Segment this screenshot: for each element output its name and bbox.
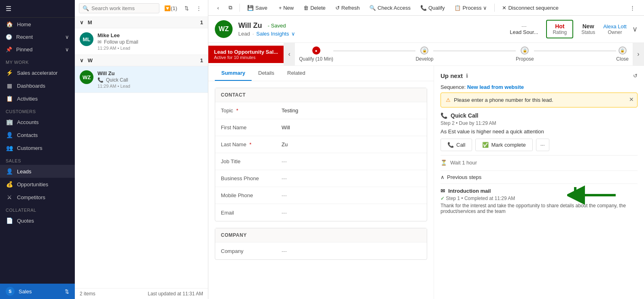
my-work-section-label: My Work [0, 56, 75, 66]
sidebar-item-quotes[interactable]: 📄 Quotes [0, 214, 75, 227]
check-access-button[interactable]: 🔍 Check Access [365, 3, 415, 13]
sequence-name[interactable]: New lead from website [467, 84, 524, 90]
process-button[interactable]: 📋 Process ∨ [450, 3, 491, 13]
tab-summary[interactable]: Summary [215, 66, 252, 81]
delete-icon: 🗑 [303, 5, 309, 11]
sidebar-item-sales-accelerator[interactable]: ⚡ Sales accelerator [0, 66, 75, 79]
field-topic: Topic * Testing [215, 102, 427, 119]
sort-button[interactable]: ⇅ [182, 4, 191, 13]
lead-header: WZ Will Zu - Saved Lead · Sales Insights… [208, 16, 644, 43]
group-m-chevron[interactable]: ∨ [80, 19, 84, 25]
sidebar-item-home[interactable]: 🏠 Home [0, 18, 75, 31]
tab-related[interactable]: Related [281, 66, 312, 81]
search-box[interactable]: 🔍 [79, 3, 159, 13]
firstname-value[interactable]: Will [282, 124, 421, 131]
tab-details[interactable]: Details [252, 66, 281, 81]
stages-container: ● Qualify (10 Min) 🔒 Develop 🔒 Propose [295, 46, 633, 62]
stage-qualify[interactable]: ● Qualify (10 Min) [299, 46, 333, 62]
sidebar-item-leads[interactable]: 👤 Leads [0, 165, 75, 178]
lead-name: Will Zu [238, 21, 262, 30]
sidebar-item-recent[interactable]: 🕐 Recent ∨ [0, 31, 75, 43]
previous-steps-toggle[interactable]: ∧ Previous steps [441, 171, 638, 183]
more-options-button[interactable]: ⋮ [194, 4, 204, 13]
hamburger-icon[interactable]: ☰ [6, 5, 11, 13]
email-value[interactable]: --- [282, 210, 421, 216]
more-button[interactable]: ⋮ [626, 3, 639, 13]
delete-button[interactable]: 🗑 Delete [299, 3, 330, 13]
list-item-will-zu[interactable]: WZ Will Zu 📞 Quick Call 11:29 AM • Lead [75, 66, 208, 93]
alert-close-button[interactable]: ✕ [629, 96, 634, 103]
intro-mail-header: ✉ Introduction mail [441, 188, 638, 194]
save-button[interactable]: 💾 Save [243, 3, 271, 13]
sidebar-item-opportunities[interactable]: 💰 Opportunities [0, 178, 75, 191]
stage-next-button[interactable]: › [633, 43, 644, 65]
mark-complete-button[interactable]: ✅ Mark complete [475, 139, 532, 151]
quick-call-section: 📞 Quick Call Step 2 • Due by 11:29 AM As… [441, 112, 638, 166]
sidebar-item-customers[interactable]: 👥 Customers [0, 141, 75, 154]
lastname-value[interactable]: Zu [282, 141, 421, 147]
lead-source-item: --- Lead Sour... [510, 23, 538, 35]
up-next-panel: Up next ℹ ↺ Sequence: New lead from webs… [434, 66, 644, 299]
qualify-icon: 📞 [420, 5, 427, 11]
company-value[interactable]: --- [282, 248, 421, 254]
lead-avatar: WZ [215, 20, 233, 38]
list-item-mike-content: Mike Lee ✉ Follow up Email 11:29 AM • Le… [97, 32, 203, 51]
topic-value[interactable]: Testing [282, 107, 421, 114]
checkmark-icon: ✓ [441, 196, 445, 201]
search-input[interactable] [91, 5, 156, 11]
back-button[interactable]: ‹ [213, 3, 223, 13]
accounts-icon: 🏢 [6, 119, 13, 125]
new-button[interactable]: + New [273, 3, 298, 13]
header-expand-button[interactable]: ∨ [632, 25, 638, 34]
disconnect-sequence-button[interactable]: ✕ Disconnect sequence [498, 3, 562, 13]
nav-bottom-bar[interactable]: S Sales ⇅ [0, 284, 75, 299]
bottom-avatar: S [6, 287, 15, 296]
jobtitle-value[interactable]: --- [282, 158, 421, 164]
chevron-down-icon: ∨ [65, 34, 69, 40]
stage-back-button[interactable]: ‹ [284, 43, 295, 65]
field-lastname: Last Name * Zu [215, 136, 427, 153]
lead-info: Will Zu - Saved Lead · Sales Insights ∨ [238, 21, 504, 37]
sidebar-item-contacts[interactable]: 👤 Contacts [0, 128, 75, 141]
refresh-button[interactable]: ↺ Refresh [331, 3, 364, 13]
field-jobtitle: Job Title --- [215, 153, 427, 170]
stage-line-2 [433, 51, 516, 51]
breadcrumb-chevron-icon[interactable]: ∨ [291, 31, 295, 37]
quick-call-header: 📞 Quick Call [441, 112, 638, 119]
sidebar-item-competitors[interactable]: ⚔ Competitors [0, 191, 75, 204]
rating-box[interactable]: Hot Rating [546, 20, 573, 38]
info-icon[interactable]: ℹ [466, 73, 468, 79]
check-icon: 🔍 [369, 5, 376, 11]
call-button[interactable]: 📞 Call [441, 139, 472, 151]
step-info: Step 2 • Due by 11:29 AM [441, 120, 638, 126]
recent-icon: 🕐 [6, 34, 12, 40]
chevron-expand-icon: ⇅ [65, 288, 69, 295]
sales-insights-link[interactable]: Sales Insights [256, 31, 289, 37]
mobilephone-value[interactable]: --- [282, 192, 421, 198]
stage-close[interactable]: 🔒 Close [616, 46, 629, 62]
sidebar-item-accounts[interactable]: 🏢 Accounts [0, 116, 75, 128]
phone-icon: 📞 [441, 112, 447, 119]
stage-alert[interactable]: Lead to Opportunity Sal... Active for 10… [208, 46, 284, 63]
qualify-button[interactable]: 📞 Qualify [416, 3, 449, 13]
avatar-mike-lee: ML [80, 32, 93, 46]
sidebar-item-pinned[interactable]: 📌 Pinned ∨ [0, 43, 75, 56]
stage-develop[interactable]: 🔒 Develop [415, 46, 433, 62]
group-m-header: ∨ M 1 [75, 17, 208, 28]
group-w-chevron[interactable]: ∨ [80, 57, 84, 63]
sidebar-item-dashboards[interactable]: ▦ Dashboards [0, 79, 75, 92]
stage-propose[interactable]: 🔒 Propose [516, 46, 534, 62]
up-next-refresh-icon[interactable]: ↺ [633, 73, 638, 79]
stage-line-1 [333, 51, 416, 51]
list-item-mike-lee[interactable]: ML Mike Lee ✉ Follow up Email 11:29 AM •… [75, 28, 208, 55]
alert-banner: ⚠ Please enter a phone number for this l… [441, 93, 638, 107]
action-more-button[interactable]: ··· [536, 139, 549, 151]
owner-box: Alexa Lott Owner [603, 23, 627, 35]
list-item-will-content: Will Zu 📞 Quick Call 11:29 AM • Lead [97, 70, 203, 88]
expand-button[interactable]: ⧉ [225, 2, 236, 13]
sidebar-item-activities[interactable]: 📋 Activities [0, 92, 75, 105]
bizphone-value[interactable]: --- [282, 175, 421, 181]
filter-button[interactable]: 🔽(1) [162, 4, 180, 13]
middle-toolbar: 🔍 🔽(1) ⇅ ⋮ [75, 0, 208, 17]
propose-circle: 🔒 [521, 46, 529, 55]
